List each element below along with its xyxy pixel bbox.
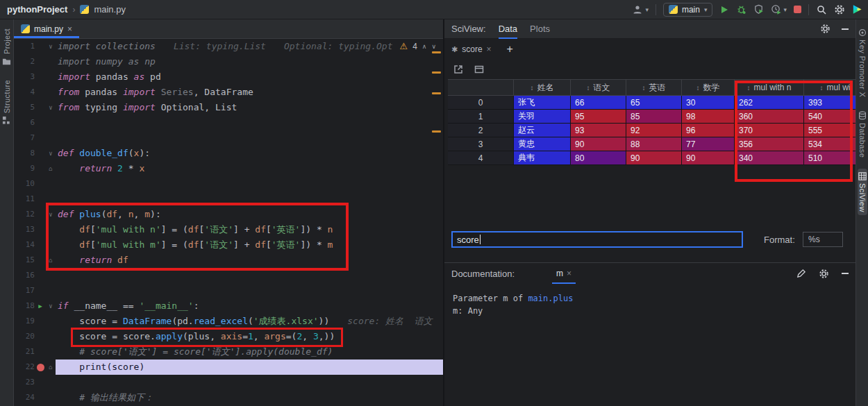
code-text[interactable]: score = score.apply(plus, axis=1, args=(…	[56, 329, 443, 344]
fold-marker-icon[interactable]: ∨	[46, 39, 56, 54]
index-column-header[interactable]	[448, 79, 514, 96]
inspections-widget[interactable]: ⚠ 4 ∧ ∨	[398, 41, 437, 51]
table-cell[interactable]: 85	[626, 110, 682, 124]
gutter-space[interactable]	[35, 176, 46, 192]
code-line-18[interactable]: 18▶∨if __name__ == '__main__':	[14, 298, 443, 314]
line-number[interactable]: 3	[14, 69, 35, 85]
hide-panel-icon[interactable]	[842, 28, 849, 30]
table-cell[interactable]: 555	[804, 124, 856, 137]
run-configuration-select[interactable]: main ▾	[663, 3, 713, 17]
code-line-23[interactable]: 23	[14, 375, 443, 390]
expression-input[interactable]: score	[451, 231, 743, 248]
breakpoint[interactable]	[35, 360, 46, 375]
table-cell[interactable]: 80	[571, 151, 626, 165]
user-account-button[interactable]: ▾	[632, 4, 649, 15]
sort-icon[interactable]: ↕	[642, 84, 646, 92]
table-cell[interactable]: 88	[626, 137, 682, 151]
code-text[interactable]	[56, 130, 443, 146]
row-index-cell[interactable]: 4	[448, 151, 514, 165]
code-text[interactable]	[56, 375, 443, 390]
debug-button[interactable]	[736, 4, 746, 15]
fold-marker-icon[interactable]: ∨	[46, 146, 56, 161]
gutter-space[interactable]	[35, 283, 46, 298]
table-cell[interactable]: 90	[682, 151, 735, 165]
table-cell[interactable]: 510	[804, 151, 856, 165]
line-number[interactable]: 4	[14, 85, 35, 100]
code-text[interactable]: return df	[56, 253, 443, 268]
sort-icon[interactable]: ↕	[587, 84, 590, 92]
dataframe-table[interactable]: ↕姓名↕语文↕英语↕数学↕mul with n↕mul wi0张飞6665302…	[448, 79, 856, 165]
toolwindow-button-project[interactable]: Project	[1, 25, 12, 69]
next-problem-icon[interactable]: ∨	[431, 43, 436, 50]
column-header-英语[interactable]: ↕英语	[626, 79, 682, 96]
format-input[interactable]: %s	[803, 232, 843, 247]
previous-problem-icon[interactable]: ∧	[422, 43, 427, 50]
run-icon[interactable]: ▶	[38, 298, 42, 314]
add-tab-button[interactable]: +	[507, 43, 513, 56]
gutter-space[interactable]	[35, 54, 46, 69]
line-number[interactable]: 2	[14, 54, 35, 69]
tab-data[interactable]: Data	[499, 19, 517, 39]
column-header-语文[interactable]: ↕语文	[571, 79, 626, 96]
code-line-7[interactable]: 7	[14, 130, 443, 146]
settings-button[interactable]	[834, 4, 845, 15]
table-cell[interactable]: 张飞	[514, 96, 571, 110]
code-text[interactable]: df['mul with m'] = (df['语文'] + df['英语'])…	[56, 237, 443, 253]
line-number[interactable]: 17	[14, 283, 35, 298]
code-line-22[interactable]: 22⌂ print(score)	[14, 360, 443, 375]
line-number[interactable]: 8	[14, 146, 35, 161]
code-line-4[interactable]: 4from pandas import Series, DataFrame	[14, 85, 443, 100]
warning-stripe-mark[interactable]	[432, 71, 441, 74]
line-number[interactable]: 11	[14, 192, 35, 207]
gutter-space[interactable]	[35, 115, 46, 130]
fold-marker-icon[interactable]: ∨	[46, 207, 56, 222]
table-cell[interactable]: 90	[626, 151, 682, 165]
toolwindow-button-structure[interactable]: Structure	[1, 76, 12, 128]
code-line-9[interactable]: 9⌂ return 2 * x	[14, 161, 443, 176]
open-in-new-window-icon[interactable]	[453, 64, 464, 75]
table-cell[interactable]: 赵云	[514, 124, 571, 137]
tab-plots[interactable]: Plots	[530, 19, 550, 39]
line-number[interactable]: 16	[14, 268, 35, 283]
fold-marker-icon[interactable]: ⌂	[46, 253, 56, 268]
code-line-13[interactable]: 13 df['mul with n'] = (df['语文'] + df['英语…	[14, 222, 443, 237]
code-line-8[interactable]: 8∨def double_df(x):	[14, 146, 443, 161]
run-button[interactable]	[719, 5, 729, 15]
fold-marker-icon[interactable]: ⌂	[46, 161, 56, 176]
column-header-姓名[interactable]: ↕姓名	[514, 79, 571, 96]
column-header-数学[interactable]: ↕数学	[682, 79, 735, 96]
gutter-space[interactable]	[35, 314, 46, 329]
table-cell[interactable]: 77	[682, 137, 735, 151]
line-number[interactable]: 9	[14, 161, 35, 176]
code-text[interactable]: def plus(df, n, m):	[56, 207, 443, 222]
line-number[interactable]: 1	[14, 39, 35, 54]
breadcrumb-file[interactable]: main.py	[94, 4, 126, 15]
gutter-space[interactable]	[35, 146, 46, 161]
code-text[interactable]: print(score)	[56, 360, 443, 375]
line-number[interactable]: 13	[14, 222, 35, 237]
toolwindow-button-sciview[interactable]: SciView	[858, 169, 867, 216]
breakpoint-icon[interactable]	[37, 364, 44, 371]
stop-button[interactable]	[794, 6, 801, 13]
warning-stripe-mark[interactable]	[432, 51, 441, 53]
column-header-mul wi[interactable]: ↕mul wi	[804, 79, 856, 96]
close-icon[interactable]: ×	[567, 269, 571, 278]
table-cell[interactable]: 66	[571, 96, 626, 110]
code-line-11[interactable]: 11	[14, 192, 443, 207]
code-text[interactable]: def double_df(x):	[56, 146, 443, 161]
sort-icon[interactable]: ↕	[819, 84, 823, 92]
run-line-icon[interactable]: ▶	[35, 298, 46, 314]
code-text[interactable]	[56, 115, 443, 130]
search-everywhere-button[interactable]	[816, 4, 827, 15]
gutter-space[interactable]	[35, 85, 46, 100]
close-icon[interactable]: ×	[67, 24, 72, 34]
gutter-space[interactable]	[35, 344, 46, 360]
doc-link[interactable]: main.plus	[528, 294, 573, 303]
sort-icon[interactable]: ↕	[696, 84, 700, 92]
table-cell[interactable]: 356	[735, 137, 804, 151]
editor-tab-mainpy[interactable]: main.py ×	[14, 19, 79, 38]
table-cell[interactable]: 98	[682, 110, 735, 124]
toolwindow-button-database[interactable]: Database	[858, 108, 867, 161]
code-line-1[interactable]: 1∨import collectionsList: typing.ListOpt…	[14, 39, 443, 54]
edit-pencil-icon[interactable]	[796, 269, 806, 279]
